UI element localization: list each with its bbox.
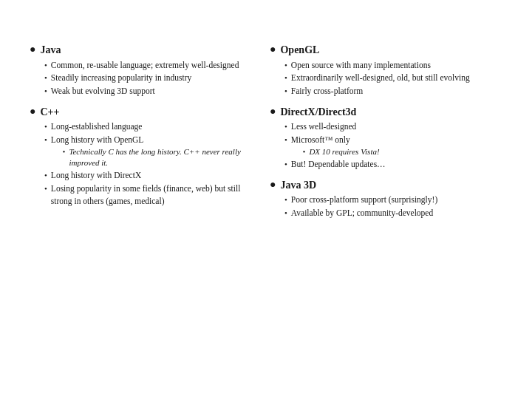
- sub-sub-item-text: DX 10 requires Vista!: [309, 146, 379, 157]
- top-item-row: ●Java: [30, 43, 262, 58]
- sub-sub-item-row: •Technically C has the long history. C++…: [63, 146, 262, 169]
- bullet-l2-icon: •: [44, 122, 47, 131]
- sub-item-row: •But! Dependable updates…: [284, 158, 502, 171]
- top-item-directx: ●DirectX/Direct3d•Less well-designed•Mic…: [270, 105, 502, 171]
- top-item-row: ●DirectX/Direct3d: [270, 105, 502, 120]
- sub-item-row: •Less well-designed: [284, 120, 502, 133]
- sub-item-row: •Long-established language: [44, 120, 262, 133]
- sub-item-text: Long history with DirectX: [51, 169, 141, 182]
- bullet-l2-icon: •: [44, 171, 47, 180]
- sub-item-text: Losing popularity in some fields (financ…: [51, 183, 262, 207]
- sub-item-text: Long history with OpenGL: [51, 134, 262, 146]
- top-item-cpp: ●C++•Long-established language•Long hist…: [30, 105, 262, 208]
- sub-sub-item-row: •DX 10 requires Vista!: [303, 146, 380, 157]
- bullet-l3-icon: •: [303, 148, 306, 156]
- bullet-l2-icon: •: [44, 73, 47, 82]
- sub-item-row: •Long history with DirectX: [44, 169, 262, 182]
- sub-item-text: Less well-designed: [291, 120, 356, 133]
- sub-item-row: •Losing popularity in some fields (finan…: [44, 183, 262, 207]
- right-column: ●OpenGL•Open source with many implementa…: [270, 43, 502, 377]
- item-label-opengl: OpenGL: [280, 43, 319, 58]
- sub-item-row: •Microsoft™ only•DX 10 requires Vista!: [284, 134, 502, 157]
- sub-item-text: Long-established language: [51, 120, 143, 133]
- sub-item-text: Open source with many implementations: [291, 59, 431, 72]
- sub-item-text: Extraordinarily well-designed, old, but …: [291, 72, 470, 84]
- sub-item-text: Microsoft™ only: [291, 134, 380, 146]
- bullet-l2-icon: •: [44, 184, 47, 193]
- sub-item-row: •Long history with OpenGL•Technically C …: [44, 134, 262, 168]
- sub-item-row: •Common, re-usable language; extremely w…: [44, 59, 262, 72]
- bullet-l3-icon: •: [63, 148, 66, 156]
- bullet-l2-icon: •: [284, 135, 287, 144]
- bullet-l1-icon: ●: [270, 106, 276, 117]
- left-column: ●Java•Common, re-usable language; extrem…: [30, 43, 262, 377]
- bullet-l2-icon: •: [44, 86, 47, 95]
- item-label-cpp: C++: [40, 105, 59, 120]
- bullet-l1-icon: ●: [30, 44, 35, 55]
- bullet-l2-icon: •: [284, 61, 287, 69]
- sub-item-text: Steadily increasing popularity in indust…: [51, 72, 191, 84]
- sub-item-text: Fairly cross-platform: [291, 85, 363, 98]
- item-label-java: Java: [40, 43, 61, 58]
- bullet-l1-icon: ●: [270, 179, 276, 191]
- top-item-opengl: ●OpenGL•Open source with many implementa…: [270, 43, 502, 98]
- bullet-l2-icon: •: [284, 122, 287, 131]
- item-label-java3d: Java 3D: [280, 178, 316, 193]
- sub-item-row: •Open source with many implementations: [284, 59, 502, 72]
- item-label-directx: DirectX/Direct3d: [280, 105, 356, 120]
- sub-item-row: •Available by GPL; community-developed: [284, 207, 502, 219]
- top-item-row: ●Java 3D: [270, 178, 502, 193]
- bullet-l2-icon: •: [284, 160, 287, 168]
- sub-item-row: •Fairly cross-platform: [284, 85, 502, 98]
- top-item-java3d: ●Java 3D•Poor cross-platform support (su…: [270, 178, 502, 219]
- bullet-l1-icon: ●: [30, 106, 35, 117]
- sub-item-row: •Poor cross-platform support (surprising…: [284, 194, 502, 206]
- sub-item-text: But! Dependable updates…: [291, 158, 386, 171]
- slide: ●Java•Common, re-usable language; extrem…: [0, 0, 532, 399]
- top-item-row: ●OpenGL: [270, 43, 502, 58]
- bullet-l2-icon: •: [284, 208, 287, 217]
- sub-sub-item-text: Technically C has the long history. C++ …: [69, 146, 262, 169]
- sub-item-row: •Steadily increasing popularity in indus…: [44, 72, 262, 84]
- sub-item-row: •Extraordinarily well-designed, old, but…: [284, 72, 502, 84]
- sub-item-text: Weak but evolving 3D support: [51, 85, 155, 98]
- bullet-l1-icon: ●: [270, 44, 276, 55]
- sub-item-row: •Weak but evolving 3D support: [44, 85, 262, 98]
- bullet-l2-icon: •: [44, 61, 47, 69]
- bullet-l2-icon: •: [44, 135, 47, 144]
- content-area: ●Java•Common, re-usable language; extrem…: [30, 43, 502, 377]
- top-item-row: ●C++: [30, 105, 262, 120]
- sub-item-text: Common, re-usable language; extremely we…: [51, 59, 239, 72]
- top-item-java: ●Java•Common, re-usable language; extrem…: [30, 43, 262, 98]
- bullet-l2-icon: •: [284, 195, 287, 204]
- bullet-l2-icon: •: [284, 86, 287, 95]
- sub-item-text: Poor cross-platform support (surprisingl…: [291, 194, 437, 206]
- bullet-l2-icon: •: [284, 73, 287, 82]
- sub-item-text: Available by GPL; community-developed: [291, 207, 433, 219]
